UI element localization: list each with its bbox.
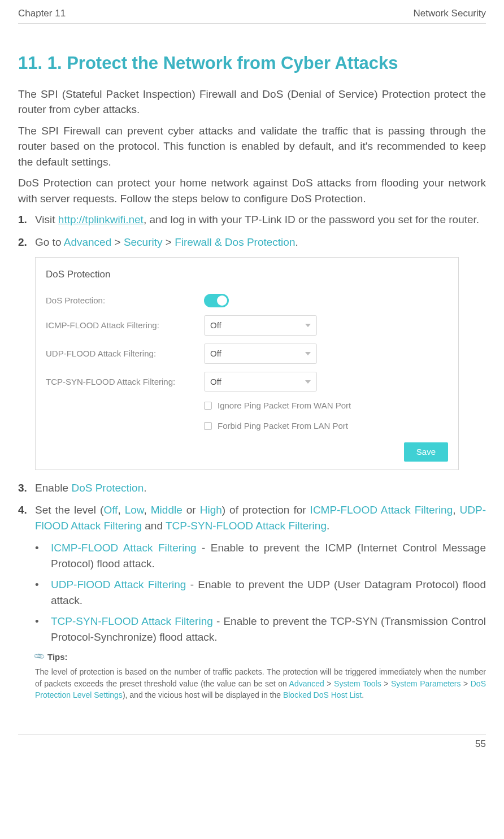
panel-title: DoS Protection xyxy=(46,268,448,282)
icmp-term: ICMP-FLOOD Attack Filtering xyxy=(310,504,453,516)
page-number: 55 xyxy=(475,738,486,749)
page-footer: 55 xyxy=(18,734,486,751)
forbid-lan-ping-label: Forbid Ping Packet From LAN Port xyxy=(218,420,348,432)
bullet-udp: • UDP-FlOOD Attack Filtering - Enable to… xyxy=(35,577,486,608)
icmp-filter-dropdown[interactable]: Off xyxy=(204,315,317,336)
dropdown-value: Off xyxy=(210,319,221,332)
tcp-term: TCP-SYN-FLOOD Attack Filtering xyxy=(166,520,327,532)
dos-protection-term: DoS Protection xyxy=(71,482,144,494)
step-2: 2. Go to Advanced > Security > Firewall … xyxy=(18,234,486,250)
dos-protection-toggle[interactable] xyxy=(204,294,229,307)
nav-advanced: Advanced xyxy=(64,236,112,248)
dos-protection-screenshot: DoS Protection DoS Protection: ICMP-FLOO… xyxy=(35,257,459,470)
bullet-icon: • xyxy=(35,540,51,571)
ignore-wan-ping-label: Ignore Ping Packet From WAN Port xyxy=(218,399,351,412)
nav-system-tools: System Tools xyxy=(334,679,381,688)
level-low: Low xyxy=(125,504,144,516)
intro-paragraph-1: The SPI (Stateful Packet Inspection) Fir… xyxy=(18,86,486,118)
page-header: Chapter 11 Network Security xyxy=(18,7,486,24)
intro-paragraph-3: DoS Protection can protect your home net… xyxy=(18,175,486,206)
udp-filter-label: UDP-FLOOD Attack Filtering: xyxy=(46,347,204,360)
step-text: Go to xyxy=(35,236,64,248)
forbid-lan-ping-checkbox[interactable] xyxy=(204,422,212,430)
topic-label: Network Security xyxy=(414,7,486,21)
level-high: High xyxy=(200,504,222,516)
dropdown-value: Off xyxy=(210,347,221,360)
chapter-label: Chapter 11 xyxy=(18,7,66,21)
tcp-filter-dropdown[interactable]: Off xyxy=(204,372,317,392)
level-middle: Middle xyxy=(151,504,183,516)
nav-firewall: Firewall & Dos Protection xyxy=(175,236,295,248)
tcp-filter-label: TCP-SYN-FLOOD Attack Filtering: xyxy=(46,376,204,388)
ignore-wan-ping-checkbox[interactable] xyxy=(204,402,212,410)
nav-advanced: Advanced xyxy=(289,679,324,688)
tips-body: The level of protection is based on the … xyxy=(35,666,486,701)
tips-heading: 📎 Tips: xyxy=(35,651,486,663)
step-text: Enable xyxy=(35,482,71,494)
step-number: 1. xyxy=(18,212,35,228)
nav-security: Security xyxy=(124,236,163,248)
udp-filter-dropdown[interactable]: Off xyxy=(204,344,317,364)
icmp-filter-label: ICMP-FLOOD Attack Filtering: xyxy=(46,319,204,332)
tplink-url-link[interactable]: http://tplinkwifi.net xyxy=(58,214,144,225)
chevron-down-icon xyxy=(305,352,311,355)
save-button[interactable]: Save xyxy=(404,442,448,462)
blocked-host-list: Blocked DoS Host List xyxy=(283,690,362,699)
intro-paragraph-2: The SPI Firewall can prevent cyber attac… xyxy=(18,123,486,170)
step-number: 2. xyxy=(18,234,35,250)
step-3: 3. Enable DoS Protection. xyxy=(18,480,486,496)
section-title: 11. 1. Protect the Network from Cyber At… xyxy=(18,51,486,76)
tips-label: Tips: xyxy=(47,651,68,663)
step-1: 1. Visit http://tplinkwifi.net, and log … xyxy=(18,212,486,228)
step-text: Visit xyxy=(35,214,58,225)
step-number: 4. xyxy=(18,502,35,533)
bullet-icon: • xyxy=(35,614,51,645)
dos-protection-label: DoS Protection: xyxy=(46,294,204,307)
step-text: , and log in with your TP-Link ID or the… xyxy=(144,214,479,225)
dropdown-value: Off xyxy=(210,376,221,388)
bullet-icon: • xyxy=(35,577,51,608)
paperclip-icon: 📎 xyxy=(33,650,46,664)
chevron-down-icon xyxy=(305,324,311,327)
bullet-tcp: • TCP-SYN-FLOOD Attack Filtering - Enabl… xyxy=(35,614,486,645)
nav-system-parameters: System Parameters xyxy=(391,679,461,688)
bullet-label: UDP-FlOOD Attack Filtering xyxy=(51,579,186,590)
bullet-label: ICMP-FLOOD Attack Filtering xyxy=(51,542,197,554)
chevron-down-icon xyxy=(305,380,311,384)
step-number: 3. xyxy=(18,480,35,496)
bullet-icmp: • ICMP-FLOOD Attack Filtering - Enable t… xyxy=(35,540,486,571)
step-4: 4. Set the level (Off, Low, Middle or Hi… xyxy=(18,502,486,533)
bullet-label: TCP-SYN-FLOOD Attack Filtering xyxy=(51,615,213,627)
level-off: Off xyxy=(103,504,118,516)
